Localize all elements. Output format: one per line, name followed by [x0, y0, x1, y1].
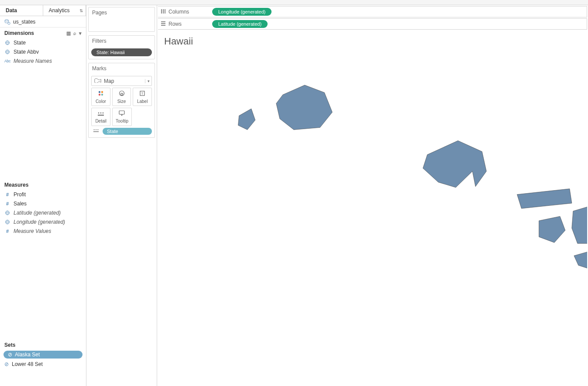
- worksheet-area: Columns Longitude (generated) Rows Latit…: [157, 5, 588, 386]
- field-sales-label: Sales: [14, 201, 27, 207]
- mark-detail-pill-row: State: [91, 128, 152, 135]
- swap-icon: ⇅: [79, 8, 83, 13]
- tab-data-label: Data: [6, 7, 17, 14]
- viz-title[interactable]: Hawaii: [157, 30, 588, 49]
- detail-glyph-icon[interactable]: [91, 129, 101, 134]
- measures-header: Measures: [0, 179, 86, 190]
- field-measure-names[interactable]: Abc Measure Names: [0, 56, 86, 65]
- tab-analytics-label: Analytics: [49, 7, 70, 14]
- globe-icon: [4, 49, 10, 55]
- dimensions-list: State State Abbv Abc Measure Names: [0, 38, 86, 69]
- columns-icon: [161, 9, 166, 15]
- detail-icon: [97, 111, 104, 118]
- svg-rect-18: [119, 111, 124, 114]
- set-lower48-label: Lower 48 Set: [12, 361, 43, 367]
- mark-detail-label: Detail: [95, 119, 107, 123]
- set-alaska[interactable]: ⊘ Alaska Set: [3, 351, 83, 359]
- set-icon: ⊘: [8, 352, 12, 358]
- svg-rect-24: [163, 9, 164, 14]
- field-latitude-gen-label: Latitude (generated): [14, 210, 61, 216]
- main-layout: Data Analytics ⇅ us_states Dimensions ▥ …: [0, 5, 588, 386]
- color-icon: [97, 90, 104, 98]
- mark-label-label: Label: [137, 99, 148, 104]
- field-state-abbv-label: State Abbv: [14, 49, 39, 55]
- svg-rect-25: [165, 9, 165, 14]
- mark-type-selector[interactable]: Map ▾: [91, 76, 152, 86]
- viz-canvas[interactable]: [158, 49, 587, 385]
- rows-pill-latitude[interactable]: Latitude (generated): [212, 20, 268, 28]
- svg-rect-22: [93, 131, 99, 132]
- svg-point-16: [103, 112, 104, 113]
- field-state-abbv[interactable]: State Abbv: [0, 47, 86, 56]
- globe-icon: [4, 210, 10, 216]
- data-pane: Data Analytics ⇅ us_states Dimensions ▥ …: [0, 5, 86, 386]
- datasource-icon: [4, 19, 10, 25]
- field-measure-values[interactable]: # Measure Values: [0, 226, 86, 236]
- rows-shelf[interactable]: Rows Latitude (generated): [158, 18, 587, 30]
- svg-point-7: [101, 91, 103, 93]
- field-latitude-gen[interactable]: Latitude (generated): [0, 208, 86, 217]
- menu-caret-icon[interactable]: ▾: [79, 31, 82, 36]
- svg-rect-26: [161, 21, 165, 22]
- field-measure-values-label: Measure Values: [14, 228, 51, 234]
- rows-label: Rows: [168, 21, 182, 27]
- svg-point-14: [98, 112, 100, 113]
- mark-detail[interactable]: Detail: [91, 108, 110, 126]
- svg-point-6: [99, 91, 100, 93]
- hash-icon: #: [4, 191, 10, 198]
- svg-point-0: [5, 19, 8, 21]
- field-longitude-gen[interactable]: Longitude (generated): [0, 217, 86, 226]
- svg-point-15: [100, 112, 102, 113]
- mark-color[interactable]: Color: [91, 88, 110, 106]
- svg-rect-27: [161, 23, 165, 24]
- mark-size[interactable]: Size: [112, 88, 131, 106]
- view-grid-icon[interactable]: ▥: [66, 31, 71, 36]
- filter-pill-state[interactable]: State: Hawaii: [91, 48, 152, 56]
- set-lower48[interactable]: ⊘ Lower 48 Set: [0, 359, 86, 369]
- tab-data[interactable]: Data: [0, 5, 43, 16]
- pages-card-header: Pages: [89, 7, 155, 18]
- map-type-icon: [94, 78, 101, 84]
- island-kahoolawe: [574, 251, 587, 269]
- columns-shelf[interactable]: Columns Longitude (generated): [158, 6, 587, 17]
- svg-text:T: T: [141, 92, 144, 96]
- hash-icon: #: [4, 201, 10, 207]
- hash-icon: #: [4, 228, 10, 234]
- svg-rect-23: [161, 9, 162, 14]
- field-state[interactable]: State: [0, 38, 86, 47]
- filters-card-header: Filters: [89, 36, 155, 47]
- globe-icon: [4, 40, 10, 46]
- sets-header: Sets: [0, 339, 86, 350]
- cards-pane: Pages Filters State: Hawaii Marks Map ▾: [86, 5, 157, 386]
- dimensions-header: Dimensions ▥ ⌕ ▾: [0, 27, 86, 38]
- mark-label[interactable]: T Label: [133, 88, 152, 106]
- mark-tooltip-label: Tooltip: [116, 119, 128, 123]
- mark-type-label: Map: [104, 78, 114, 84]
- measures-list: # Profit # Sales Latitude (generated) Lo…: [0, 190, 86, 239]
- marks-card: Marks Map ▾ Color: [88, 63, 155, 138]
- mark-tooltip[interactable]: Tooltip: [112, 108, 131, 126]
- filters-card[interactable]: Filters State: Hawaii: [88, 35, 155, 59]
- island-lanai: [539, 216, 565, 243]
- mark-color-label: Color: [96, 99, 106, 104]
- field-state-label: State: [14, 40, 26, 46]
- globe-icon: [4, 219, 10, 225]
- field-profit-label: Profit: [14, 191, 26, 198]
- pages-card[interactable]: Pages: [88, 7, 155, 32]
- field-sales[interactable]: # Sales: [0, 199, 86, 208]
- svg-rect-28: [161, 25, 165, 26]
- columns-pill-longitude[interactable]: Longitude (generated): [212, 8, 272, 16]
- search-icon[interactable]: ⌕: [73, 31, 76, 36]
- datasource-row[interactable]: us_states: [0, 16, 86, 27]
- tab-analytics[interactable]: Analytics ⇅: [43, 5, 86, 16]
- svg-point-20: [96, 129, 96, 130]
- set-icon: ⊘: [4, 361, 9, 367]
- chevron-down-icon: ▾: [145, 79, 150, 83]
- app-toolbar: [0, 0, 588, 5]
- field-profit[interactable]: # Profit: [0, 190, 86, 199]
- detail-pill-state[interactable]: State: [103, 128, 152, 135]
- abc-icon: Abc: [4, 58, 10, 64]
- svg-point-8: [99, 94, 100, 96]
- size-icon: [118, 90, 125, 98]
- columns-label: Columns: [168, 9, 189, 15]
